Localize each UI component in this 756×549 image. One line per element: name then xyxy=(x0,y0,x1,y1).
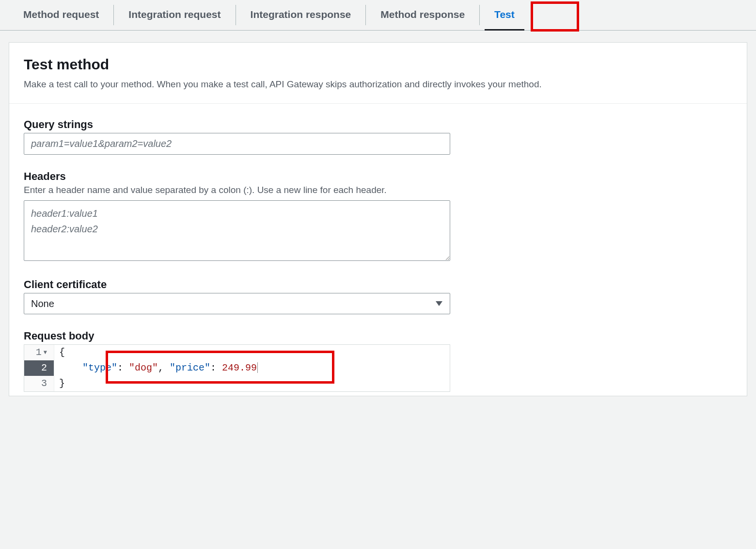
page-title: Test method xyxy=(24,56,732,73)
test-method-panel: Test method Make a test call to your met… xyxy=(9,42,747,396)
query-strings-input[interactable] xyxy=(24,133,450,155)
tab-method-response[interactable]: Method response xyxy=(366,0,479,30)
client-certificate-group: Client certificate None xyxy=(24,278,732,314)
query-strings-group: Query strings xyxy=(24,118,732,155)
code-line-3[interactable]: } xyxy=(54,376,65,391)
client-certificate-label: Client certificate xyxy=(24,278,732,291)
headers-group: Headers Enter a header name and value se… xyxy=(24,170,732,263)
code-line-1[interactable]: { xyxy=(54,345,65,360)
code-line-2[interactable]: "type": "dog", "price": 249.99 xyxy=(54,360,258,376)
cursor-caret xyxy=(257,362,258,373)
request-body-group: Request body 1▼ { 2 "type": "dog", "pric… xyxy=(24,330,732,392)
tab-integration-request[interactable]: Integration request xyxy=(114,0,235,30)
client-certificate-select[interactable]: None xyxy=(24,293,450,314)
request-body-editor[interactable]: 1▼ { 2 "type": "dog", "price": 249.99 3 … xyxy=(24,344,450,392)
panel-body: Query strings Headers Enter a header nam… xyxy=(9,104,747,396)
tab-integration-response[interactable]: Integration response xyxy=(236,0,366,30)
annotation-highlight xyxy=(531,1,579,32)
headers-label: Headers xyxy=(24,170,732,183)
tab-test[interactable]: Test xyxy=(480,0,529,30)
gutter-line-2: 2 xyxy=(24,360,54,376)
request-body-label: Request body xyxy=(24,330,732,342)
headers-hint: Enter a header name and value separated … xyxy=(24,185,732,195)
gutter-line-3: 3 xyxy=(24,376,54,391)
tab-method-request[interactable]: Method request xyxy=(9,0,113,30)
page-description: Make a test call to your method. When yo… xyxy=(24,78,732,92)
gutter-line-1: 1▼ xyxy=(24,345,54,360)
panel-header: Test method Make a test call to your met… xyxy=(9,43,747,104)
headers-textarea[interactable] xyxy=(24,200,450,261)
query-strings-label: Query strings xyxy=(24,118,732,131)
fold-marker-icon[interactable]: ▼ xyxy=(44,345,47,360)
tabs-bar: Method request Integration request Integ… xyxy=(0,0,756,31)
